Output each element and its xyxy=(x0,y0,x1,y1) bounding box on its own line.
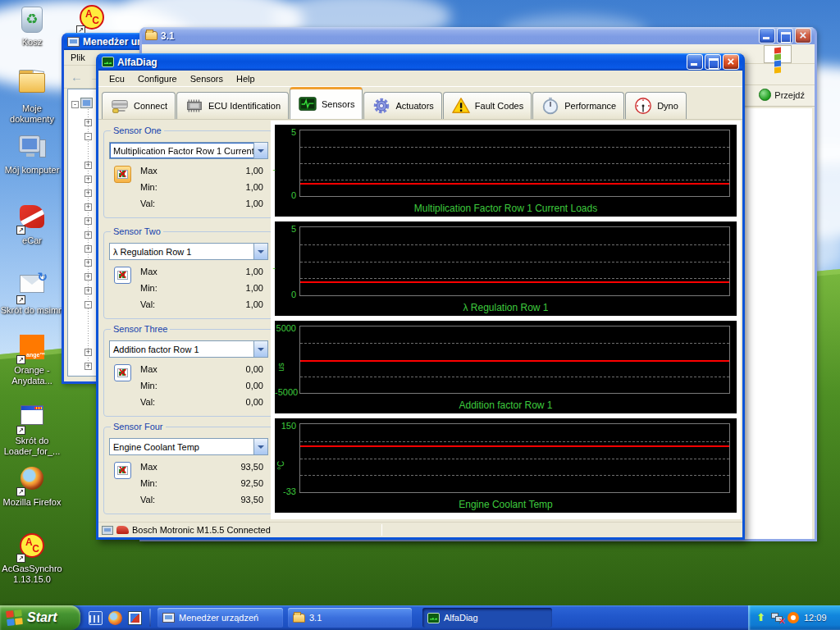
tree-toggle[interactable]: + xyxy=(84,203,92,211)
task-button-device-manager[interactable]: Menedżer urządzeń xyxy=(158,608,283,628)
taskbar-clock: 12:09 xyxy=(804,613,827,623)
sensor-two-caption: Sensor Two xyxy=(111,226,163,236)
red-x-icon: ✕ xyxy=(115,167,130,180)
tab-connect[interactable]: Connect xyxy=(102,92,176,119)
tree-toggle[interactable]: + xyxy=(84,231,92,239)
taskbar: Start Menedżer urządzeń 3.1 AlfaDiag ⬆ ✕… xyxy=(0,605,840,630)
val-label: Val: xyxy=(140,397,155,407)
tree-toggle[interactable]: - xyxy=(84,133,92,140)
menu-item-help[interactable]: Help xyxy=(231,72,261,85)
tab-dyno[interactable]: Dyno xyxy=(625,92,687,119)
max-label: Max xyxy=(140,462,158,472)
min-value: 92,50 xyxy=(240,478,263,488)
desktop-icon-firefox[interactable]: ↗ Mozilla Firefox xyxy=(0,464,64,508)
folder-icon xyxy=(293,614,305,623)
desktop-icon-label: Kosz xyxy=(0,37,64,48)
start-button[interactable]: Start xyxy=(0,605,80,630)
tree-toggle[interactable]: - xyxy=(84,301,92,308)
val-label: Val: xyxy=(140,199,155,208)
minimize-button[interactable] xyxy=(687,54,703,70)
sensor-two-remove-button[interactable]: ✕ xyxy=(114,267,131,284)
desktop-icon-orange[interactable]: ange™↗ Orange - Anydata... xyxy=(0,333,64,386)
sensor-four-remove-button[interactable]: ✕ xyxy=(114,462,131,479)
tab-sensors[interactable]: Sensors xyxy=(290,87,363,119)
tree-toggle[interactable]: + xyxy=(84,176,92,183)
tree-toggle[interactable]: + xyxy=(84,287,92,294)
quick-launch-keyboard-icon[interactable] xyxy=(89,611,103,625)
start-label: Start xyxy=(27,610,57,625)
chevron-down-icon[interactable] xyxy=(253,439,267,454)
desktop-icon-label: Skrót do msimn xyxy=(0,305,64,316)
chevron-down-icon[interactable] xyxy=(253,244,267,259)
my-computer-icon xyxy=(18,135,46,161)
tray-updater-icon[interactable]: ⬆ xyxy=(756,612,768,623)
val-label: Val: xyxy=(140,299,155,309)
gear-icon xyxy=(372,96,391,116)
maximize-button[interactable] xyxy=(777,28,793,43)
tree-toggle[interactable]: + xyxy=(84,245,92,253)
sensor-four-select[interactable]: Engine Coolant Temp xyxy=(109,438,268,455)
tree-toggle[interactable]: + xyxy=(84,273,92,281)
red-x-icon: ✕ xyxy=(115,268,130,281)
quick-launch-firefox-icon[interactable] xyxy=(108,611,122,625)
tree-toggle[interactable]: + xyxy=(84,217,92,225)
tab-label: Performance xyxy=(564,101,616,111)
desktop-icon-loader[interactable]: ↗ Skrót do Loader_for_... xyxy=(0,402,64,457)
tree-toggle[interactable]: + xyxy=(84,162,92,169)
desktop-icon-kosz[interactable]: ♻ Kosz xyxy=(0,7,64,48)
tree-toggle[interactable]: + xyxy=(84,189,92,197)
tray-network-offline-icon[interactable]: ✕ xyxy=(771,613,784,623)
go-button[interactable]: Przejdź xyxy=(759,89,805,101)
chevron-down-icon[interactable] xyxy=(253,341,267,357)
desktop-icon-ecar[interactable]: ↗ eCar xyxy=(0,203,64,246)
stopwatch-icon xyxy=(541,96,560,116)
task-button-explorer[interactable]: 3.1 xyxy=(288,608,412,628)
chevron-down-icon[interactable] xyxy=(253,143,267,158)
ecu-device-icon xyxy=(116,526,129,534)
desktop-icon-acgassynchro[interactable]: AC↗ AcGasSynchro 1.13.15.0 xyxy=(0,532,64,585)
tree-toggle[interactable]: - xyxy=(71,101,79,108)
system-tray: ⬆ ✕ 12:09 xyxy=(748,605,840,630)
y-axis-max: 5 xyxy=(275,224,296,234)
back-icon[interactable]: ← xyxy=(71,70,83,84)
desktop-icon-moje-dokumenty[interactable]: Moje dokumenty xyxy=(0,69,64,125)
tray-orange-icon[interactable] xyxy=(788,612,799,623)
explorer-titlebar[interactable]: 3.1 xyxy=(142,27,815,44)
sensor-three-remove-button[interactable]: ✕ xyxy=(114,364,131,381)
connect-icon xyxy=(110,96,130,116)
alfadiag-titlebar[interactable]: AlfaDiag xyxy=(98,53,742,71)
tab-fault-codes[interactable]: Fault Codes xyxy=(443,92,532,119)
desktop-icon-msimn[interactable]: ↻↗ Skrót do msimn xyxy=(0,271,64,316)
menu-item-sensors[interactable]: Sensors xyxy=(185,72,229,85)
max-label: Max xyxy=(140,267,158,276)
close-button[interactable] xyxy=(723,54,739,70)
tab-actuators[interactable]: Actuators xyxy=(363,92,441,119)
plot-area xyxy=(299,130,730,197)
maximize-button[interactable] xyxy=(705,54,721,70)
minimize-button[interactable] xyxy=(759,28,775,43)
sensor-three-select[interactable]: Addition factor Row 1 xyxy=(109,340,268,358)
tree-toggle[interactable]: + xyxy=(84,349,92,356)
max-value: 0,00 xyxy=(246,364,263,374)
shortcut-arrow-icon: ↗ xyxy=(16,295,25,304)
desktop-icon-moj-komputer[interactable]: Mój komputer xyxy=(0,135,64,176)
tree-toggle[interactable]: + xyxy=(84,363,92,370)
menu-item-plik[interactable]: Plik xyxy=(71,52,85,62)
alfadiag-window: AlfaDiag Ecu Configure Sensors Help xyxy=(96,53,745,540)
tab-ecu-identification[interactable]: ECU Identification xyxy=(176,92,289,119)
explorer-title: 3.1 xyxy=(161,30,756,42)
quick-launch-app-icon[interactable] xyxy=(128,611,142,625)
sensor-one-remove-button[interactable]: ✕ xyxy=(114,166,131,183)
tree-toggle[interactable]: + xyxy=(84,259,92,267)
task-button-alfadiag[interactable]: AlfaDiag xyxy=(422,608,552,628)
menu-item-configure[interactable]: Configure xyxy=(132,72,183,85)
sensor-two-select[interactable]: λ Regulation Row 1 xyxy=(109,243,268,260)
close-button[interactable] xyxy=(795,28,811,43)
menu-item-ecu[interactable]: Ecu xyxy=(103,72,130,85)
max-value: 1,00 xyxy=(246,166,263,176)
desktop-icon-acgassynchro-top[interactable]: AC↗ xyxy=(67,3,116,33)
task-label: 3.1 xyxy=(309,613,322,623)
sensor-one-select[interactable]: Multiplication Factor Row 1 Current Load… xyxy=(109,142,268,159)
tree-toggle[interactable]: + xyxy=(84,119,92,126)
tab-performance[interactable]: Performance xyxy=(532,92,624,119)
